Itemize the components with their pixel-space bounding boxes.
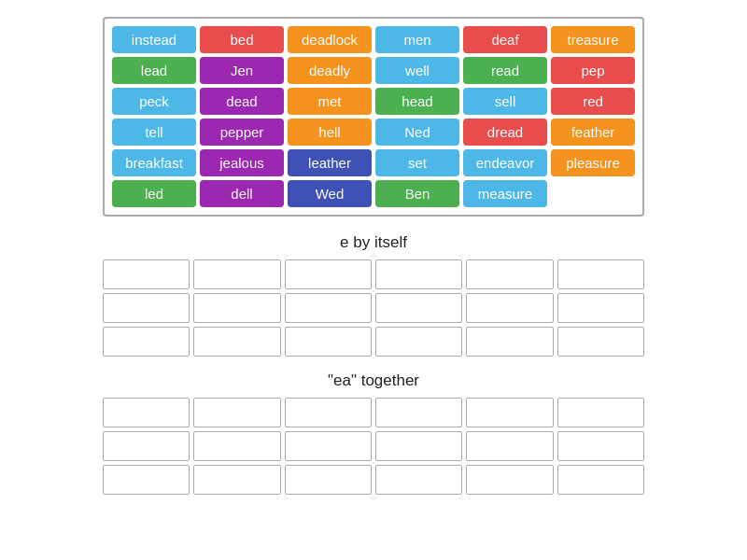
answer-cell[interactable] (466, 259, 553, 289)
answer-cell[interactable] (375, 259, 462, 289)
word-tile[interactable]: deadly (288, 57, 372, 84)
answer-cell[interactable] (466, 293, 553, 323)
word-tile[interactable]: head (375, 88, 459, 115)
answer-cell[interactable] (285, 431, 372, 461)
answer-cell[interactable] (375, 327, 462, 357)
word-tile[interactable]: red (551, 88, 635, 115)
word-tile[interactable]: measure (463, 180, 547, 207)
answer-cell[interactable] (375, 293, 462, 323)
word-tile[interactable]: leather (288, 149, 372, 176)
word-grid: insteadbeddeadlockmendeaftreasureleadJen… (103, 17, 644, 217)
answer-cell[interactable] (103, 293, 190, 323)
word-tile[interactable]: sell (463, 88, 547, 115)
word-tile[interactable]: pleasure (551, 149, 635, 176)
answer-cell[interactable] (557, 398, 644, 427)
answer-cell[interactable] (557, 465, 644, 495)
answer-cell[interactable] (103, 259, 190, 289)
answer-cell[interactable] (466, 398, 553, 427)
answer-cell[interactable] (557, 327, 644, 357)
answer-cell[interactable] (285, 398, 372, 427)
word-tile[interactable]: set (375, 149, 459, 176)
word-tile[interactable]: dread (463, 119, 547, 146)
answer-cell[interactable] (193, 327, 280, 357)
word-tile[interactable]: read (463, 57, 547, 84)
word-tile[interactable]: dell (200, 180, 284, 207)
word-tile[interactable]: tell (112, 119, 196, 146)
answer-cell[interactable] (103, 465, 190, 495)
answer-cell[interactable] (375, 465, 462, 495)
answer-cell[interactable] (103, 398, 190, 427)
word-tile[interactable]: jealous (200, 149, 284, 176)
answer-cell[interactable] (466, 465, 553, 495)
answer-cell[interactable] (193, 259, 280, 289)
word-tile[interactable]: Wed (288, 180, 372, 207)
answer-cell[interactable] (103, 431, 190, 461)
answer-cell[interactable] (466, 431, 553, 461)
word-tile[interactable]: breakfast (112, 149, 196, 176)
answer-cell[interactable] (466, 327, 553, 357)
answer-cell[interactable] (285, 293, 372, 323)
word-tile[interactable]: hell (288, 119, 372, 146)
main-container: insteadbeddeadlockmendeaftreasureleadJen… (0, 0, 747, 519)
answer-cell[interactable] (375, 431, 462, 461)
section-label-ea: "ea" together (328, 371, 419, 390)
word-tile[interactable]: instead (112, 26, 196, 53)
word-tile[interactable]: pepper (200, 119, 284, 146)
answer-cell[interactable] (557, 259, 644, 289)
word-tile[interactable]: pep (551, 57, 635, 84)
word-tile[interactable]: deadlock (288, 26, 372, 53)
word-tile[interactable]: well (375, 57, 459, 84)
answer-grid-ea (103, 398, 644, 495)
answer-cell[interactable] (193, 293, 280, 323)
answer-cell[interactable] (557, 293, 644, 323)
word-tile[interactable]: Ned (375, 119, 459, 146)
section-label-e: e by itself (340, 233, 407, 252)
word-tile[interactable]: Ben (375, 180, 459, 207)
word-tile[interactable]: feather (551, 119, 635, 146)
word-tile[interactable]: endeavor (463, 149, 547, 176)
word-tile[interactable]: dead (200, 88, 284, 115)
answer-cell[interactable] (103, 327, 190, 357)
word-tile[interactable]: men (375, 26, 459, 53)
answer-cell[interactable] (193, 398, 280, 427)
answer-cell[interactable] (285, 465, 372, 495)
word-tile[interactable]: Jen (200, 57, 284, 84)
word-tile[interactable]: bed (200, 26, 284, 53)
answer-cell[interactable] (375, 398, 462, 427)
answer-cell[interactable] (285, 259, 372, 289)
word-tile[interactable]: treasure (551, 26, 635, 53)
word-tile[interactable]: deaf (463, 26, 547, 53)
answer-cell[interactable] (193, 431, 280, 461)
answer-grid-e (103, 259, 644, 357)
answer-cell[interactable] (285, 327, 372, 357)
answer-cell[interactable] (557, 431, 644, 461)
word-tile[interactable]: led (112, 180, 196, 207)
answer-cell[interactable] (193, 465, 280, 495)
word-tile[interactable]: lead (112, 57, 196, 84)
word-tile[interactable]: peck (112, 88, 196, 115)
word-tile[interactable]: met (288, 88, 372, 115)
